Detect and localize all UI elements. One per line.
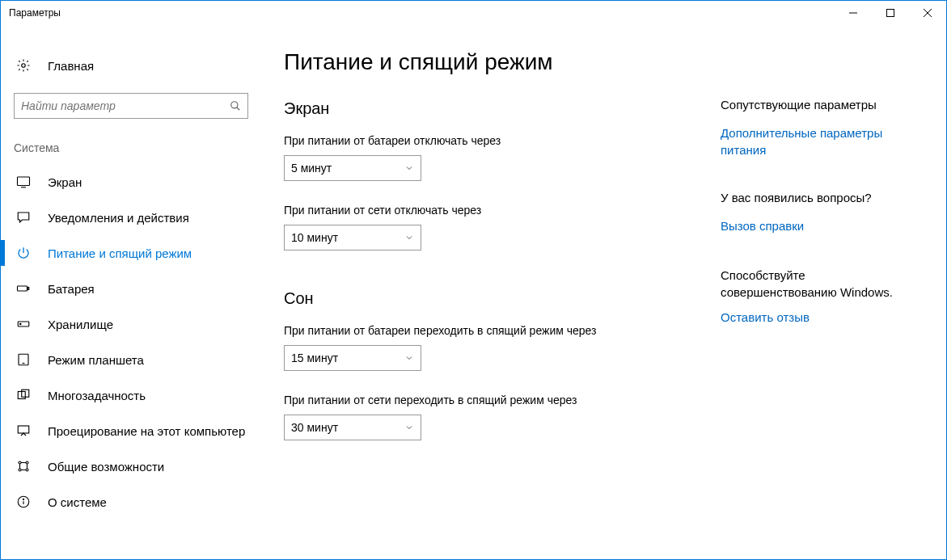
svg-point-24 <box>23 499 23 499</box>
svg-rect-17 <box>18 426 29 433</box>
dropdown-battery-screen[interactable]: 5 минут <box>284 155 421 181</box>
sidebar-item-battery[interactable]: Батарея <box>14 271 260 306</box>
setting-battery-screen-label: При питании от батареи отключать через <box>284 134 712 147</box>
info-icon <box>14 495 33 509</box>
svg-point-20 <box>19 469 21 471</box>
setting-battery-sleep-label: При питании от батареи переходить в спящ… <box>284 324 712 337</box>
sidebar-item-multitasking[interactable]: Многозадачность <box>14 377 260 413</box>
sidebar-item-power[interactable]: Питание и спящий режим <box>14 235 260 271</box>
sidebar-item-label: Экран <box>48 175 82 189</box>
sidebar-item-label: Проецирование на этот компьютер <box>48 424 245 438</box>
setting-plugged-sleep-label: При питании от сети переходить в спящий … <box>284 394 712 406</box>
sidebar-item-storage[interactable]: Хранилище <box>14 306 260 342</box>
dropdown-value: 15 минут <box>291 352 404 364</box>
setting-plugged-screen-label: При питании от сети отключать через <box>284 204 712 217</box>
gear-icon <box>14 58 33 73</box>
sidebar-item-shared[interactable]: Общие возможности <box>14 448 260 484</box>
svg-rect-7 <box>18 177 30 186</box>
dropdown-plugged-screen[interactable]: 10 минут <box>284 225 421 251</box>
sidebar-item-label: Питание и спящий режим <box>48 246 192 260</box>
improve-text: Способствуйте совершенствованию Windows. <box>721 267 915 301</box>
storage-icon <box>14 317 33 331</box>
power-icon <box>14 246 33 260</box>
sidebar-item-label: Батарея <box>48 282 95 296</box>
search-field[interactable] <box>21 99 230 112</box>
project-icon <box>14 423 33 438</box>
svg-point-5 <box>231 102 238 108</box>
svg-point-21 <box>26 469 28 471</box>
svg-rect-1 <box>887 10 894 17</box>
notification-icon <box>14 210 33 225</box>
dropdown-value: 10 минут <box>291 231 404 244</box>
related-title: Сопутствующие параметры <box>721 98 922 112</box>
sidebar-item-projecting[interactable]: Проецирование на этот компьютер <box>14 413 260 448</box>
chevron-down-icon <box>404 163 414 173</box>
home-button[interactable]: Главная <box>14 49 260 82</box>
svg-point-18 <box>19 461 21 464</box>
sidebar-item-label: О системе <box>48 495 107 509</box>
sidebar-item-label: Общие возможности <box>48 460 164 474</box>
multitask-icon <box>14 388 33 402</box>
titlebar: Параметры <box>1 1 946 25</box>
sidebar-item-notifications[interactable]: Уведомления и действия <box>14 200 260 235</box>
chevron-down-icon <box>404 353 414 363</box>
window-title: Параметры <box>9 7 835 19</box>
aside: Сопутствующие параметры Дополнительные п… <box>712 49 946 559</box>
body: Главная Система Экран Уведомления и дейс… <box>1 25 946 559</box>
display-icon <box>14 175 33 189</box>
sidebar-item-about[interactable]: О системе <box>14 484 260 520</box>
svg-point-19 <box>26 461 28 464</box>
sidebar-item-display[interactable]: Экран <box>14 164 260 200</box>
close-button[interactable] <box>909 1 946 25</box>
sidebar-item-label: Уведомления и действия <box>48 211 189 225</box>
content: Питание и спящий режим Экран При питании… <box>284 49 712 559</box>
svg-point-12 <box>20 323 22 325</box>
maximize-button[interactable] <box>872 1 909 25</box>
sidebar-item-tablet[interactable]: Режим планшета <box>14 342 260 377</box>
link-feedback[interactable]: Оставить отзыв <box>721 309 915 326</box>
questions-title: У вас появились вопросы? <box>721 191 922 204</box>
link-get-help[interactable]: Вызов справки <box>721 217 915 234</box>
page-title: Питание и спящий режим <box>284 49 712 75</box>
sidebar: Главная Система Экран Уведомления и дейс… <box>1 25 260 559</box>
section-label-system: Система <box>14 141 260 154</box>
svg-line-6 <box>237 107 240 111</box>
section-screen: Экран <box>284 99 712 118</box>
svg-point-4 <box>22 64 26 68</box>
dropdown-battery-sleep[interactable]: 15 минут <box>284 345 421 371</box>
search-input[interactable] <box>14 93 248 119</box>
search-icon <box>230 100 241 112</box>
section-sleep: Сон <box>284 289 712 308</box>
window-controls <box>835 1 946 25</box>
dropdown-plugged-sleep[interactable]: 30 минут <box>284 415 421 440</box>
link-additional-power-settings[interactable]: Дополнительные параметры питания <box>721 124 915 158</box>
sidebar-item-label: Многозадачность <box>48 389 146 402</box>
svg-rect-10 <box>27 288 29 290</box>
home-label: Главная <box>48 59 94 73</box>
share-icon <box>14 459 33 474</box>
main-pane: Питание и спящий режим Экран При питании… <box>260 25 946 559</box>
svg-rect-9 <box>18 286 27 291</box>
battery-icon <box>14 281 33 296</box>
dropdown-value: 30 минут <box>291 421 404 434</box>
chevron-down-icon <box>404 233 414 242</box>
tablet-icon <box>14 352 33 367</box>
sidebar-item-label: Режим планшета <box>48 353 144 367</box>
sidebar-item-label: Хранилище <box>48 318 113 331</box>
dropdown-value: 5 минут <box>291 162 404 175</box>
settings-window: Параметры Главная <box>0 0 947 560</box>
minimize-button[interactable] <box>835 1 872 25</box>
chevron-down-icon <box>404 423 414 432</box>
